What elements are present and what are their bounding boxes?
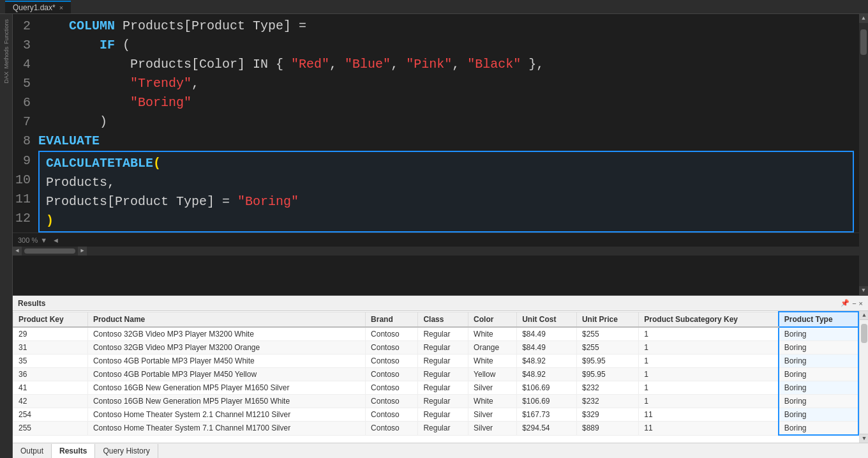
line-content-10: Products, [46, 172, 846, 192]
tab-close-icon[interactable]: × [59, 4, 63, 11]
results-header: Results 📌 − × [13, 296, 868, 311]
tab-query-history[interactable]: Query History [95, 444, 158, 458]
table-row: 35Contoso 4GB Portable MP3 Player M450 W… [13, 355, 859, 368]
results-v-scrollbar[interactable]: ▲ ▼ [859, 311, 868, 443]
main-layout: Functions Methods DAX 2 COLUMN Products[… [0, 14, 868, 458]
col-color: Color [468, 312, 517, 327]
results-scroll-up-btn[interactable]: ▲ [860, 311, 868, 320]
line-num-4: 4 [13, 55, 38, 74]
results-scroll-thumb[interactable] [861, 324, 867, 343]
sidebar-label-dax: DAX [3, 72, 10, 84]
col-brand: Brand [366, 312, 418, 327]
h-scroll-thumb[interactable] [24, 248, 75, 254]
col-product-type: Product Type [779, 312, 858, 327]
line-content-5: "Trendy", [38, 74, 859, 93]
line-num-8: 8 [13, 132, 38, 151]
results-table-container: Product Key Product Name Brand Class Col… [13, 311, 868, 443]
code-line-8: 8 EVALUATE [13, 132, 859, 151]
col-class: Class [418, 312, 468, 327]
code-line-4: 4 Products[Color] IN { "Red", "Blue", "P… [13, 55, 859, 74]
col-unit-price: Unit Price [576, 312, 638, 327]
sidebar-label-functions: Functions [3, 19, 10, 44]
code-line-2: 2 COLUMN Products[Product Type] = [13, 17, 859, 36]
col-product-key: Product Key [13, 312, 88, 327]
results-scroll-down-btn[interactable]: ▼ [860, 434, 868, 443]
minimize-btn[interactable]: − [852, 300, 856, 307]
line-content-11: Products[Product Type] = "Boring" [46, 192, 846, 211]
line-num-6: 6 [13, 93, 38, 112]
code-editor[interactable]: 2 COLUMN Products[Product Type] = 3 IF (… [13, 14, 859, 295]
line-content-7: ) [38, 112, 859, 132]
col-product-subcategory-key: Product Subcategory Key [639, 312, 779, 327]
line-content-4: Products[Color] IN { "Red", "Blue", "Pin… [38, 55, 859, 74]
results-title: Results [18, 299, 45, 308]
table-row: 41Contoso 16GB New Generation MP5 Player… [13, 381, 859, 395]
editor-container: 2 COLUMN Products[Product Type] = 3 IF (… [13, 14, 868, 458]
line-content-3: IF ( [38, 36, 859, 55]
zoom-controls[interactable]: ▼ [40, 236, 47, 244]
v-scroll-up-btn[interactable]: ▲ [859, 14, 868, 23]
tab-results[interactable]: Results [52, 444, 95, 458]
scroll-indicator: ◄ [52, 236, 59, 244]
line-content-9: CALCULATETABLE ( [46, 153, 846, 172]
selection-box: CALCULATETABLE ( Products, Products[Prod… [38, 151, 854, 233]
editor-h-scrollbar[interactable]: ◄ ► [13, 247, 859, 256]
editor-tab[interactable]: Query1.dax* × [5, 1, 71, 13]
results-panel: Results 📌 − × Product Key Product Name [13, 295, 868, 458]
editor-v-scrollbar[interactable]: ▲ ▼ [859, 14, 868, 295]
close-results-btn[interactable]: × [859, 300, 863, 307]
table-row: 31Contoso 32GB Video MP3 Player M3200 Or… [13, 341, 859, 355]
line-content-2: COLUMN Products[Product Type] = [38, 17, 859, 36]
results-table-body: 29Contoso 32GB Video MP3 Player M3200 Wh… [13, 327, 859, 435]
code-line-6: 6 "Boring" [13, 93, 859, 112]
table-row: 254Contoso Home Theater System 2.1 Chann… [13, 408, 859, 422]
line-num-10: 10 [13, 170, 38, 189]
table-row: 36Contoso 4GB Portable MP3 Player M450 Y… [13, 368, 859, 381]
line-num-2: 2 [13, 17, 38, 36]
line-num-9: 9 [13, 151, 38, 170]
bottom-tabs: Output Results Query History [13, 443, 868, 458]
pin-btn[interactable]: 📌 [841, 299, 849, 307]
table-header-row: Product Key Product Name Brand Class Col… [13, 312, 859, 327]
code-line-5: 5 "Trendy", [13, 74, 859, 93]
table-row: 42Contoso 16GB New Generation MP5 Player… [13, 395, 859, 408]
h-scroll-left-btn[interactable]: ◄ [13, 247, 22, 256]
sidebar-label-methods: Methods [3, 47, 10, 69]
line-content-6: "Boring" [38, 93, 859, 112]
line-num-3: 3 [13, 36, 38, 55]
results-controls: 📌 − × [841, 299, 863, 307]
results-table-scroll[interactable]: Product Key Product Name Brand Class Col… [13, 311, 859, 443]
zoom-bar: 300 % ▼ ◄ [13, 233, 859, 247]
col-product-name: Product Name [87, 312, 365, 327]
code-line-3: 3 IF ( [13, 36, 859, 55]
col-unit-cost: Unit Cost [517, 312, 577, 327]
tab-output[interactable]: Output [13, 444, 52, 458]
line-num-12: 12 [13, 208, 38, 227]
code-line-7: 7 ) [13, 112, 859, 132]
v-scroll-thumb[interactable] [860, 29, 867, 55]
table-row: 255Contoso Home Theater System 7.1 Chann… [13, 422, 859, 436]
results-table: Product Key Product Name Brand Class Col… [13, 311, 859, 436]
editor-wrapper: 2 COLUMN Products[Product Type] = 3 IF (… [13, 14, 868, 295]
v-scroll-down-btn[interactable]: ▼ [859, 286, 868, 295]
table-row: 29Contoso 32GB Video MP3 Player M3200 Wh… [13, 327, 859, 341]
left-sidebar: Functions Methods DAX [0, 14, 13, 458]
line-num-11: 11 [13, 189, 38, 208]
h-scroll-right-btn[interactable]: ► [78, 247, 87, 256]
line-content-8: EVALUATE [38, 132, 859, 151]
tab-title: Query1.dax* [13, 3, 56, 12]
line-num-5: 5 [13, 74, 38, 93]
line-num-7: 7 [13, 112, 38, 132]
title-bar: Query1.dax* × [0, 0, 868, 14]
zoom-level[interactable]: 300 % [18, 236, 38, 244]
line-content-12: ) [46, 211, 846, 230]
